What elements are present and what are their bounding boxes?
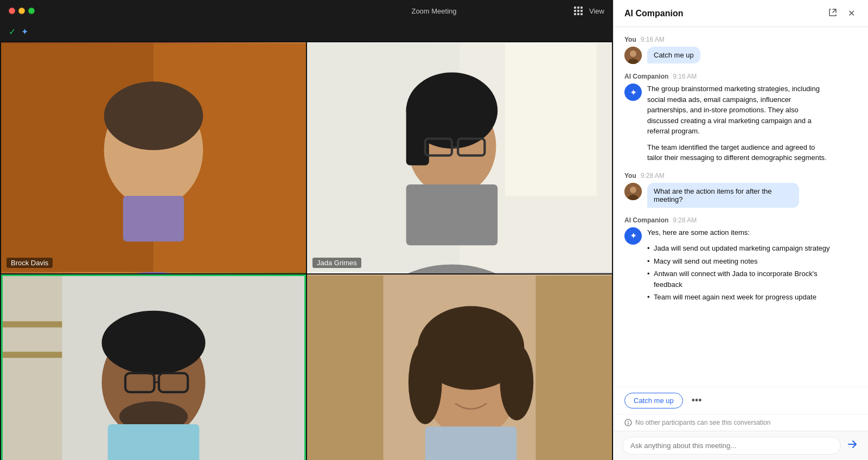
svg-rect-6: [123, 196, 184, 241]
message-meta-2: AI Companion 9:16 AM: [624, 73, 857, 80]
svg-point-38: [500, 344, 533, 420]
minimize-button[interactable]: [18, 8, 25, 14]
action-item-4: Team will meet again next week for progr…: [647, 292, 832, 303]
svg-point-45: [630, 50, 636, 57]
svg-rect-19: [1, 276, 62, 461]
video-grid: Brock Davis: [0, 41, 613, 460]
view-button[interactable]: View: [574, 7, 604, 15]
send-button[interactable]: [845, 437, 859, 454]
security-status-icon: ✓: [9, 27, 16, 37]
privacy-notice: No other participants can see this conve…: [614, 414, 868, 431]
svg-point-37: [409, 340, 442, 424]
timestamp-4: 9:28 AM: [673, 216, 697, 224]
svg-rect-32: [307, 276, 384, 461]
ai-intro: Yes, here are some action items:: [647, 227, 832, 238]
video-cell-macy: 🎤 Macy Halloway: [307, 274, 612, 461]
svg-rect-13: [406, 104, 429, 165]
svg-point-51: [628, 421, 629, 422]
message-group-4: AI Companion 9:28 AM ✦ Yes, here are som…: [624, 216, 857, 305]
message-group-1: You 9:16 AM Catch me up: [624, 36, 857, 64]
video-cell-brock: Brock Davis: [1, 42, 306, 273]
ai-message-2: Yes, here are some action items: Jada wi…: [647, 227, 832, 305]
companion-header: AI Companion ✕: [614, 0, 868, 27]
participant-label-brock: Brock Davis: [7, 258, 53, 268]
chat-messages: You 9:16 AM Catch me up AI Companion 9:1…: [614, 27, 868, 387]
svg-point-24: [101, 310, 205, 374]
ai-avatar-1: ✦: [624, 84, 642, 101]
message-meta-4: AI Companion 9:28 AM: [624, 216, 857, 224]
privacy-icon: [624, 419, 632, 426]
ai-paragraph-1: The group brainstormed marketing strateg…: [647, 84, 832, 137]
svg-rect-9: [505, 43, 597, 196]
companion-panel: AI Companion ✕ You 9:16 AM: [613, 0, 868, 460]
person-svg-macy: [307, 274, 612, 461]
person-svg-jada: [307, 42, 612, 273]
message-row-2: ✦ The group brainstormed marketing strat…: [624, 84, 857, 163]
meeting-title: Zoom Meeting: [411, 7, 456, 15]
suggestion-row: Catch me up •••: [614, 387, 868, 414]
chat-input[interactable]: [622, 437, 841, 455]
person-svg-brock: [1, 42, 306, 273]
action-item-3: Antwan will connect with Jada to incorpo…: [647, 269, 832, 290]
popout-button[interactable]: [826, 6, 839, 21]
user-bubble-2: What are the action items for after the …: [647, 183, 799, 208]
grid-icon: [574, 7, 583, 15]
message-meta-1: You 9:16 AM: [624, 36, 857, 43]
close-panel-button[interactable]: ✕: [846, 6, 857, 21]
participant-label-jada: Jada Grimes: [312, 258, 361, 268]
action-item-1: Jada will send out updated marketing cam…: [647, 243, 832, 254]
svg-rect-20: [1, 321, 62, 327]
ai-avatar-2: ✦: [624, 227, 642, 245]
message-group-2: AI Companion 9:16 AM ✦ The group brainst…: [624, 73, 857, 163]
action-item-2: Macy will send out meeting notes: [647, 256, 832, 267]
person-svg-antwan: [1, 274, 306, 461]
message-row-4: ✦ Yes, here are some action items: Jada …: [624, 227, 857, 305]
message-row-3: What are the action items for after the …: [624, 183, 857, 208]
svg-rect-21: [1, 352, 62, 357]
meeting-area: Zoom Meeting View ✓ ✦: [0, 0, 613, 460]
status-bar: ✓ ✦: [0, 22, 613, 41]
message-group-3: You 9:28 AM What are the action items fo…: [624, 172, 857, 208]
svg-point-48: [630, 187, 636, 193]
catch-me-up-suggestion[interactable]: Catch me up: [624, 393, 683, 408]
video-cell-antwan: Antwan Cannon: [1, 274, 306, 461]
timestamp-1: 9:16 AM: [641, 36, 665, 43]
timestamp-3: 9:28 AM: [641, 172, 665, 180]
privacy-text: No other participants can see this conve…: [635, 419, 770, 426]
timestamp-2: 9:16 AM: [673, 73, 697, 80]
video-cell-jada: Jada Grimes: [307, 42, 612, 273]
maximize-button[interactable]: [28, 8, 35, 14]
sender-ai-2: AI Companion: [624, 216, 668, 224]
ai-paragraph-2: The team identified the target audience …: [647, 142, 832, 163]
svg-rect-17: [406, 184, 498, 245]
title-bar-left: [9, 8, 35, 14]
message-row-1: Catch me up: [624, 47, 857, 64]
chat-input-area: [614, 431, 868, 460]
svg-rect-39: [425, 426, 517, 460]
ai-status-icon: ✦: [21, 27, 28, 37]
sender-you-1: You: [624, 36, 636, 43]
svg-rect-33: [536, 276, 612, 461]
svg-point-5: [104, 81, 203, 150]
more-suggestions-button[interactable]: •••: [687, 393, 706, 408]
sender-you-2: You: [624, 172, 636, 180]
sender-ai-1: AI Companion: [624, 73, 668, 80]
svg-point-3: [62, 272, 245, 273]
companion-header-actions: ✕: [826, 6, 857, 21]
user-bubble-1: Catch me up: [647, 47, 700, 63]
view-label: View: [589, 7, 604, 15]
traffic-lights: [9, 8, 35, 14]
message-meta-3: You 9:28 AM: [624, 172, 857, 180]
user-avatar-2: [624, 183, 642, 200]
companion-title: AI Companion: [624, 9, 683, 18]
title-bar: Zoom Meeting View: [0, 0, 613, 22]
user-avatar-1: [624, 47, 642, 64]
close-button[interactable]: [9, 8, 15, 14]
action-items-list: Jada will send out updated marketing cam…: [647, 243, 832, 303]
svg-rect-29: [108, 424, 200, 460]
ai-message-1: The group brainstormed marketing strateg…: [647, 84, 832, 163]
